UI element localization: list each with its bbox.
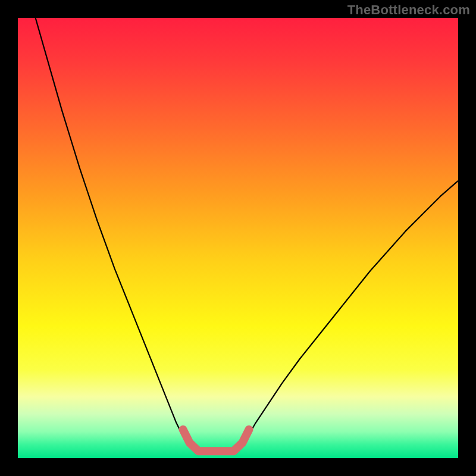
- plot-area: [18, 18, 458, 458]
- chart-frame: TheBottleneck.com: [0, 0, 476, 476]
- watermark-text: TheBottleneck.com: [347, 2, 470, 18]
- chart-svg: [18, 18, 458, 458]
- gradient-background: [18, 18, 458, 458]
